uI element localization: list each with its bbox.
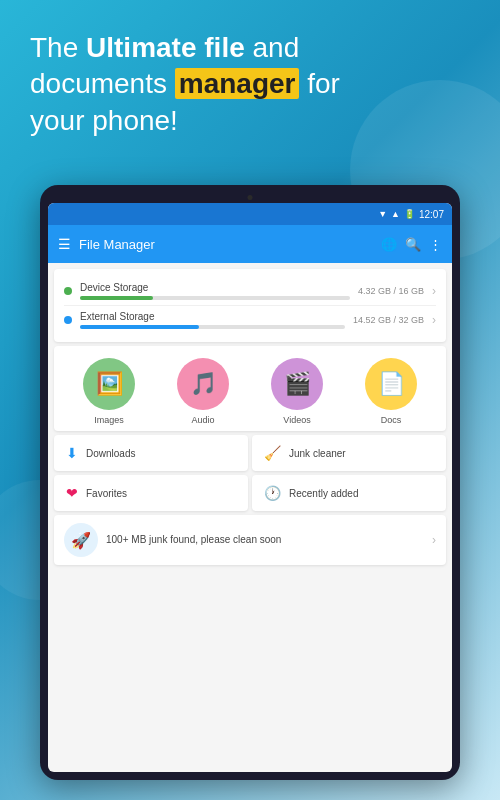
status-bar: ▼ ▲ 🔋 12:07 — [48, 203, 452, 225]
videos-label: Videos — [283, 415, 310, 425]
hero-text-and: and — [245, 32, 300, 63]
categories-section: 🖼️ Images 🎵 Audio 🎬 Videos 📄 Docs — [54, 346, 446, 431]
external-storage-arrow: › — [432, 313, 436, 327]
external-storage-item[interactable]: External Storage 14.52 GB / 32 GB › — [64, 306, 436, 334]
quick-actions-grid: ⬇ Downloads 🧹 Junk cleaner ❤ Favorites 🕐… — [54, 435, 446, 511]
app-bar-actions: 🌐 🔍 ⋮ — [381, 237, 442, 252]
battery-icon: 🔋 — [404, 209, 415, 219]
junk-banner-message: 100+ MB junk found, please clean soon — [106, 534, 281, 545]
favorites-label: Favorites — [86, 488, 127, 499]
status-time: 12:07 — [419, 209, 444, 220]
hero-text-the: The — [30, 32, 86, 63]
junk-cleaner-label: Junk cleaner — [289, 448, 346, 459]
device-storage-item[interactable]: Device Storage 4.32 GB / 16 GB › — [64, 277, 436, 306]
device-storage-label: Device Storage — [80, 282, 350, 293]
favorites-icon: ❤ — [66, 485, 78, 501]
recently-added-label: Recently added — [289, 488, 359, 499]
junk-banner-arrow: › — [432, 533, 436, 547]
device-storage-size: 4.32 GB / 16 GB — [358, 286, 424, 296]
category-images[interactable]: 🖼️ Images — [83, 358, 135, 425]
category-docs[interactable]: 📄 Docs — [365, 358, 417, 425]
videos-circle: 🎬 — [271, 358, 323, 410]
category-audio[interactable]: 🎵 Audio — [177, 358, 229, 425]
app-screen: ▼ ▲ 🔋 12:07 ☰ File Manager 🌐 🔍 ⋮ Device … — [48, 203, 452, 772]
external-storage-info: External Storage — [80, 311, 345, 329]
device-storage-bar-fill — [80, 296, 153, 300]
category-videos[interactable]: 🎬 Videos — [271, 358, 323, 425]
search-icon[interactable]: 🔍 — [405, 237, 421, 252]
device-storage-dot — [64, 287, 72, 295]
storage-section: Device Storage 4.32 GB / 16 GB › Externa… — [54, 269, 446, 342]
external-storage-dot — [64, 316, 72, 324]
hero-line1: The Ultimate file and — [30, 30, 470, 66]
external-storage-size: 14.52 GB / 32 GB — [353, 315, 424, 325]
downloads-button[interactable]: ⬇ Downloads — [54, 435, 248, 471]
signal-icon: ▲ — [391, 209, 400, 219]
recently-added-icon: 🕐 — [264, 485, 281, 501]
app-title: File Manager — [79, 237, 373, 252]
images-label: Images — [94, 415, 124, 425]
camera-dot — [248, 195, 253, 200]
junk-cleaner-icon: 🧹 — [264, 445, 281, 461]
app-bar: ☰ File Manager 🌐 🔍 ⋮ — [48, 225, 452, 263]
hero-highlight: manager — [175, 68, 300, 99]
external-storage-bar-fill — [80, 325, 199, 329]
junk-cleaner-button[interactable]: 🧹 Junk cleaner — [252, 435, 446, 471]
more-options-icon[interactable]: ⋮ — [429, 237, 442, 252]
external-storage-bar-bg — [80, 325, 345, 329]
docs-circle: 📄 — [365, 358, 417, 410]
downloads-label: Downloads — [86, 448, 135, 459]
images-circle: 🖼️ — [83, 358, 135, 410]
device-storage-bar-bg — [80, 296, 350, 300]
device-storage-arrow: › — [432, 284, 436, 298]
junk-banner[interactable]: 🚀 100+ MB junk found, please clean soon … — [54, 515, 446, 565]
globe-icon[interactable]: 🌐 — [381, 237, 397, 252]
junk-banner-text: 100+ MB junk found, please clean soon — [106, 533, 424, 547]
recently-added-button[interactable]: 🕐 Recently added — [252, 475, 446, 511]
hero-text-for: for — [299, 68, 339, 99]
hero-line2: documents manager for — [30, 66, 470, 102]
wifi-icon: ▼ — [378, 209, 387, 219]
device-storage-info: Device Storage — [80, 282, 350, 300]
junk-rocket-icon: 🚀 — [64, 523, 98, 557]
hero-text-bold: Ultimate file — [86, 32, 245, 63]
audio-label: Audio — [191, 415, 214, 425]
hero-text-documents: documents — [30, 68, 175, 99]
favorites-button[interactable]: ❤ Favorites — [54, 475, 248, 511]
hamburger-menu-icon[interactable]: ☰ — [58, 236, 71, 252]
downloads-icon: ⬇ — [66, 445, 78, 461]
tablet-frame: ▼ ▲ 🔋 12:07 ☰ File Manager 🌐 🔍 ⋮ Device … — [40, 185, 460, 780]
hero-line3: your phone! — [30, 103, 470, 139]
docs-label: Docs — [381, 415, 402, 425]
external-storage-label: External Storage — [80, 311, 345, 322]
hero-section: The Ultimate file and documents manager … — [30, 30, 470, 139]
audio-circle: 🎵 — [177, 358, 229, 410]
